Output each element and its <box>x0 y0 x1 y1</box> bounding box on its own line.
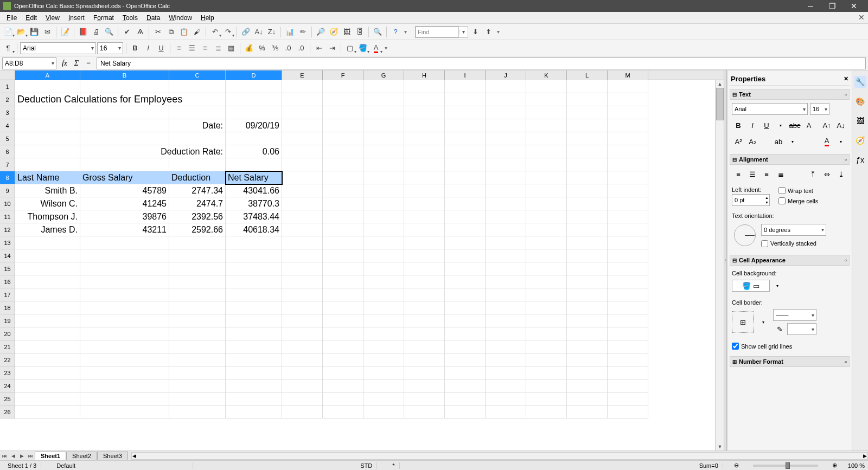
cell-M6[interactable] <box>608 145 648 158</box>
cell-A5[interactable] <box>15 132 80 145</box>
currency-button[interactable]: 💰 <box>243 42 255 54</box>
cell-D9[interactable]: 43041.66 <box>226 184 282 197</box>
cell-I13[interactable] <box>445 236 486 249</box>
find-input[interactable]: Find <box>416 27 459 37</box>
cell-E22[interactable] <box>282 353 323 366</box>
sum-button[interactable]: Σ <box>71 57 82 69</box>
sidebar-underline-button[interactable]: U <box>760 119 773 131</box>
cell-I19[interactable] <box>445 314 486 327</box>
sidebar-align-justify-button[interactable]: ≣ <box>774 168 787 180</box>
cell-bg-dd[interactable]: ▾ <box>771 280 784 292</box>
cell-I8[interactable] <box>445 171 486 184</box>
cell-D25[interactable] <box>226 392 282 405</box>
cell-E11[interactable] <box>282 210 323 223</box>
cell-F13[interactable] <box>323 236 363 249</box>
column-header-L[interactable]: L <box>567 70 608 80</box>
cell-L9[interactable] <box>567 184 608 197</box>
tab-next-button[interactable]: ▶ <box>17 453 26 459</box>
cell-M22[interactable] <box>608 353 648 366</box>
cell-G14[interactable] <box>363 249 404 262</box>
cell-D1[interactable] <box>226 80 282 93</box>
sidebar-grow-font-button[interactable]: A↑ <box>820 119 833 131</box>
sidebar-valign-top-button[interactable]: ⤒ <box>806 168 819 180</box>
sidebar-font-color-button[interactable]: A <box>820 136 833 147</box>
decrease-indent-button[interactable]: ⇤ <box>313 42 325 54</box>
status-sum[interactable]: Sum=0 <box>695 462 723 469</box>
email-button[interactable]: ✉ <box>41 26 53 38</box>
underline-button[interactable]: U <box>155 42 167 54</box>
cell-B15[interactable] <box>80 262 169 275</box>
zoom-button[interactable]: 🔍 <box>372 26 384 38</box>
border-style-combo[interactable]: ───▾ <box>773 309 816 321</box>
sidebar-tab-functions[interactable]: ƒx <box>854 154 866 166</box>
cell-M5[interactable] <box>608 132 648 145</box>
row-header-10[interactable]: 10 <box>0 197 15 210</box>
cell-K4[interactable] <box>526 119 567 132</box>
cell-E13[interactable] <box>282 236 323 249</box>
cell-I2[interactable] <box>445 93 486 106</box>
cell-B4[interactable] <box>80 119 169 132</box>
cell-I12[interactable] <box>445 223 486 236</box>
row-header-1[interactable]: 1 <box>0 80 15 93</box>
cell-D3[interactable] <box>226 106 282 119</box>
cell-F10[interactable] <box>323 197 363 210</box>
cell-G2[interactable] <box>363 93 404 106</box>
section-more-icon[interactable]: ▫ <box>845 91 847 98</box>
row-headers[interactable]: 1234567891011121314151617181920212223242… <box>0 80 15 419</box>
format-toolbar-overflow-icon[interactable]: ▾ <box>383 45 389 51</box>
cell-F14[interactable] <box>323 249 363 262</box>
font-name-combo[interactable]: Arial▾ <box>20 42 96 54</box>
export-pdf-button[interactable]: 📕 <box>77 26 89 38</box>
cell-A23[interactable] <box>15 366 80 379</box>
cell-L7[interactable] <box>567 158 608 171</box>
cell-I21[interactable] <box>445 340 486 353</box>
cell-H12[interactable] <box>404 223 445 236</box>
cell-M12[interactable] <box>608 223 648 236</box>
cell-H10[interactable] <box>404 197 445 210</box>
row-header-5[interactable]: 5 <box>0 132 15 145</box>
cell-D14[interactable] <box>226 249 282 262</box>
sidebar-tab-gallery[interactable]: 🖼 <box>854 115 866 127</box>
cell-L16[interactable] <box>567 275 608 288</box>
standard-format-button[interactable]: ⅗ <box>269 42 281 54</box>
cell-I7[interactable] <box>445 158 486 171</box>
menu-edit[interactable]: Edit <box>21 13 41 23</box>
cell-F16[interactable] <box>323 275 363 288</box>
merge-cells-button[interactable]: ▦ <box>225 42 237 54</box>
cell-C1[interactable] <box>169 80 226 93</box>
cell-I5[interactable] <box>445 132 486 145</box>
cell-K18[interactable] <box>526 301 567 314</box>
cell-H23[interactable] <box>404 366 445 379</box>
menu-tools[interactable]: Tools <box>118 13 142 23</box>
cell-H19[interactable] <box>404 314 445 327</box>
sidebar-font-name-combo[interactable]: Arial▾ <box>732 103 808 115</box>
row-header-13[interactable]: 13 <box>0 236 15 249</box>
cell-L11[interactable] <box>567 210 608 223</box>
cell-A20[interactable] <box>15 327 80 340</box>
sort-asc-button[interactable]: A↓ <box>253 26 265 38</box>
tab-first-button[interactable]: ⏮ <box>0 453 9 459</box>
horizontal-scrollbar[interactable]: ◀ ▶ <box>131 452 868 460</box>
cell-C9[interactable]: 2747.34 <box>169 184 226 197</box>
cell-C11[interactable]: 2392.56 <box>169 210 226 223</box>
help-button[interactable]: ? <box>390 26 401 38</box>
cell-M3[interactable] <box>608 106 648 119</box>
cell-B16[interactable] <box>80 275 169 288</box>
cell-K19[interactable] <box>526 314 567 327</box>
cell-A18[interactable] <box>15 301 80 314</box>
row-header-23[interactable]: 23 <box>0 366 15 379</box>
cell-M14[interactable] <box>608 249 648 262</box>
cell-H25[interactable] <box>404 392 445 405</box>
cell-D26[interactable] <box>226 405 282 419</box>
row-header-24[interactable]: 24 <box>0 379 15 392</box>
cell-K12[interactable] <box>526 223 567 236</box>
cell-B13[interactable] <box>80 236 169 249</box>
sidebar-align-left-button[interactable]: ≡ <box>732 168 745 180</box>
cell-M26[interactable] <box>608 405 648 419</box>
cell-J8[interactable] <box>486 171 526 184</box>
cell-B22[interactable] <box>80 353 169 366</box>
sidebar-align-right-button[interactable]: ≡ <box>760 168 773 180</box>
cell-A22[interactable] <box>15 353 80 366</box>
scroll-thumb[interactable] <box>716 88 724 120</box>
cell-J16[interactable] <box>486 275 526 288</box>
